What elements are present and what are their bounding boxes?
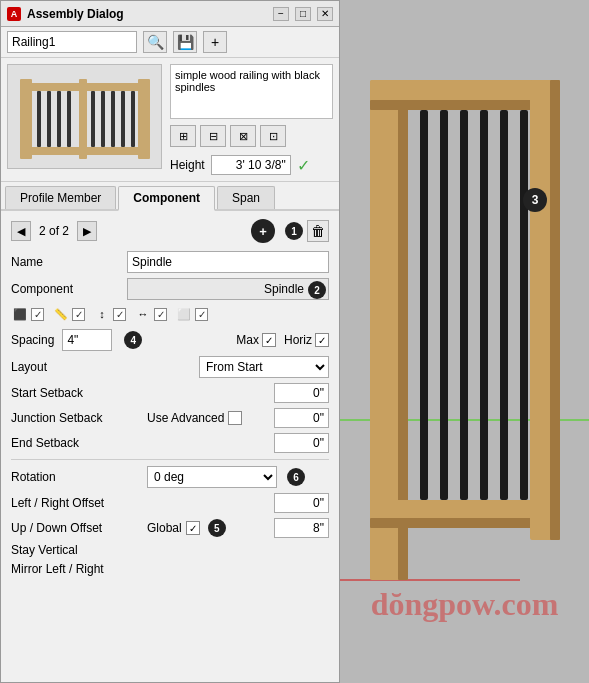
spacing-label: Spacing xyxy=(11,333,54,347)
save-icon: 💾 xyxy=(177,34,194,50)
svg-rect-27 xyxy=(460,110,468,500)
layout-label: Layout xyxy=(11,360,71,374)
rotation-label: Rotation xyxy=(11,470,141,484)
svg-rect-10 xyxy=(101,91,105,147)
view-icon-row: ⊞ ⊟ ⊠ ⊡ xyxy=(170,125,333,147)
nav-prev-button[interactable]: ◀ xyxy=(11,221,31,241)
icon-3: ↕ xyxy=(93,305,111,323)
mirror-lr-row: Mirror Left / Right xyxy=(11,562,329,576)
svg-rect-12 xyxy=(121,91,125,147)
icon-check-1: ⬛ xyxy=(11,305,44,323)
add-component-button[interactable]: + xyxy=(251,219,275,243)
lr-offset-input[interactable] xyxy=(274,493,329,513)
view-btn-2[interactable]: ⊟ xyxy=(200,125,226,147)
icon-1: ⬛ xyxy=(11,305,29,323)
icon-5: ⬜ xyxy=(175,305,193,323)
maximize-button[interactable]: □ xyxy=(295,7,311,21)
tab-component[interactable]: Component xyxy=(118,186,215,211)
title-bar: A Assembly Dialog − □ ✕ xyxy=(1,1,339,27)
tab-span[interactable]: Span xyxy=(217,186,275,209)
checkbox-4[interactable] xyxy=(154,308,167,321)
rotation-row: Rotation 0 deg 90 deg 180 deg 270 deg 6 xyxy=(11,466,329,488)
tab-profile-member[interactable]: Profile Member xyxy=(5,186,116,209)
add-assembly-button[interactable]: + xyxy=(203,31,227,53)
assembly-name-input[interactable] xyxy=(7,31,137,53)
svg-rect-30 xyxy=(520,110,528,500)
junction-setback-row: Junction Setback Use Advanced xyxy=(11,408,329,428)
plus-icon: + xyxy=(211,34,219,50)
max-checkbox[interactable] xyxy=(262,333,276,347)
end-setback-input[interactable] xyxy=(274,433,329,453)
3d-railing-svg: 3 xyxy=(340,0,589,683)
checkbox-2[interactable] xyxy=(72,308,85,321)
spacing-row: Spacing 4 Max Horiz xyxy=(11,329,329,351)
search-icon: 🔍 xyxy=(147,34,164,50)
svg-rect-24 xyxy=(550,80,560,540)
junction-setback-input[interactable] xyxy=(274,408,329,428)
stay-vertical-row: Stay Vertical xyxy=(11,543,329,557)
nav-count: 2 of 2 xyxy=(35,224,73,238)
nav-left: ◀ 2 of 2 ▶ xyxy=(11,221,97,241)
global-checkbox[interactable] xyxy=(186,521,200,535)
start-setback-row: Start Setback xyxy=(11,383,329,403)
close-button[interactable]: ✕ xyxy=(317,7,333,21)
stay-vertical-label: Stay Vertical xyxy=(11,543,121,557)
svg-rect-9 xyxy=(91,91,95,147)
svg-rect-25 xyxy=(420,110,428,500)
save-button[interactable]: 💾 xyxy=(173,31,197,53)
height-input[interactable] xyxy=(211,155,291,175)
checkbox-5[interactable] xyxy=(195,308,208,321)
lr-offset-label: Left / Right Offset xyxy=(11,496,141,510)
view-btn-1[interactable]: ⊞ xyxy=(170,125,196,147)
divider-1 xyxy=(11,459,329,460)
window-title: Assembly Dialog xyxy=(27,7,267,21)
delete-component-button[interactable]: 🗑 xyxy=(307,220,329,242)
end-setback-label: End Setback xyxy=(11,436,141,450)
height-label: Height xyxy=(170,158,205,172)
horiz-checkbox[interactable] xyxy=(315,333,329,347)
icon-check-5: ⬜ xyxy=(175,305,208,323)
spacing-input[interactable] xyxy=(62,329,112,351)
nav-next-button[interactable]: ▶ xyxy=(77,221,97,241)
minimize-button[interactable]: − xyxy=(273,7,289,21)
global-label: Global xyxy=(147,521,182,535)
svg-rect-2 xyxy=(20,79,32,159)
view-btn-4[interactable]: ⊡ xyxy=(260,125,286,147)
component-label: Component xyxy=(11,282,121,296)
app-icon: A xyxy=(7,7,21,21)
badge-5: 5 xyxy=(208,519,226,537)
svg-rect-26 xyxy=(440,110,448,500)
horiz-label: Horiz xyxy=(284,333,312,347)
tab-bar: Profile Member Component Span xyxy=(1,182,339,211)
nav-right: + 1 🗑 xyxy=(251,219,329,243)
use-advanced-checkbox[interactable] xyxy=(228,411,242,425)
view-btn-3[interactable]: ⊠ xyxy=(230,125,256,147)
max-pair: Max xyxy=(236,333,276,347)
mirror-lr-label: Mirror Left / Right xyxy=(11,562,121,576)
ud-offset-row: Up / Down Offset Global 5 xyxy=(11,518,329,538)
use-advanced-label: Use Advanced xyxy=(147,411,224,425)
checkbox-1[interactable] xyxy=(31,308,44,321)
icons-checkboxes-row: ⬛ 📏 ↕ ↔ ⬜ xyxy=(11,305,329,323)
icon-check-2: 📏 xyxy=(52,305,85,323)
max-label: Max xyxy=(236,333,259,347)
icon-2: 📏 xyxy=(52,305,70,323)
ud-offset-input[interactable] xyxy=(274,518,329,538)
layout-select[interactable]: From Start From End Centered xyxy=(199,356,329,378)
rotation-select[interactable]: 0 deg 90 deg 180 deg 270 deg xyxy=(147,466,277,488)
preview-right: simple wood railing with black spindles … xyxy=(170,64,333,175)
svg-rect-7 xyxy=(57,91,61,147)
start-setback-input[interactable] xyxy=(274,383,329,403)
preview-image xyxy=(7,64,162,169)
component-select-button[interactable]: Spindle 2 xyxy=(127,278,329,300)
checkbox-3[interactable] xyxy=(113,308,126,321)
component-nav-row: ◀ 2 of 2 ▶ + 1 🗑 xyxy=(11,219,329,243)
svg-rect-11 xyxy=(111,91,115,147)
svg-rect-13 xyxy=(131,91,135,147)
3d-viewport: 3 dŏngpow.com xyxy=(340,0,589,683)
name-input[interactable] xyxy=(127,251,329,273)
height-confirm-icon[interactable]: ✓ xyxy=(297,156,310,175)
svg-rect-3 xyxy=(138,79,150,159)
search-button[interactable]: 🔍 xyxy=(143,31,167,53)
badge-4: 4 xyxy=(124,331,142,349)
